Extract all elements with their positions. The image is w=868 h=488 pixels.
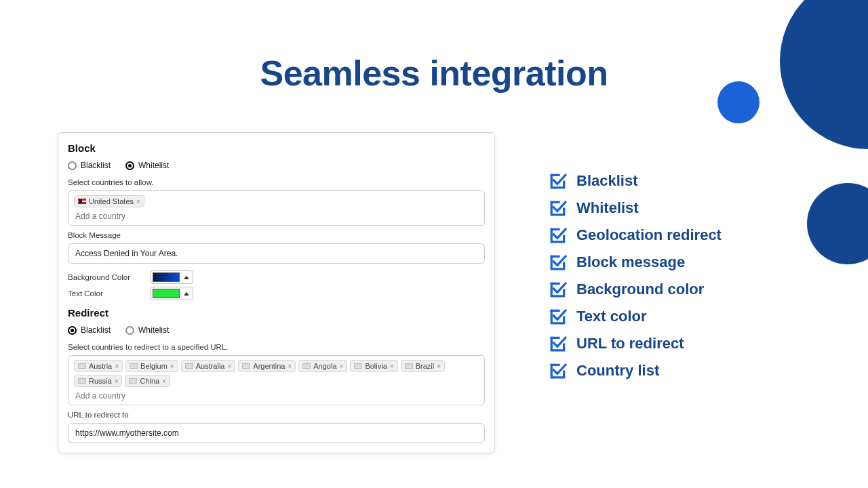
country-tag: Angola×	[298, 360, 347, 372]
flag-icon	[130, 363, 138, 369]
country-tag-label: Australia	[196, 362, 225, 370]
redirect-countries-input[interactable]: Austria×Belgium×Australia×Argentina×Ango…	[68, 355, 485, 405]
block-countries-label: Select countries to allow.	[68, 178, 485, 186]
feature-label: Blacklist	[576, 172, 638, 190]
caret-up-icon	[184, 292, 189, 296]
bg-color-label: Background Color	[68, 273, 142, 281]
redirect-heading: Redirect	[68, 307, 485, 319]
radio-label: Whitelist	[138, 325, 169, 335]
remove-tag-icon[interactable]: ×	[136, 198, 140, 205]
settings-panel: Block Blacklist Whitelist Select countri…	[58, 132, 495, 453]
remove-tag-icon[interactable]: ×	[340, 363, 344, 370]
checkbox-checked-icon	[549, 335, 567, 352]
country-tag: Bolivia×	[350, 360, 397, 372]
feature-label: URL to redirect	[576, 335, 684, 352]
feature-label: Background color	[576, 281, 704, 298]
feature-item: Whitelist	[549, 199, 722, 217]
feature-label: Whitelist	[576, 199, 639, 217]
flag-icon	[185, 363, 193, 369]
remove-tag-icon[interactable]: ×	[115, 363, 119, 370]
remove-tag-icon[interactable]: ×	[390, 363, 394, 370]
feature-item: Background color	[549, 281, 722, 298]
remove-tag-icon[interactable]: ×	[170, 363, 174, 370]
checkbox-checked-icon	[549, 226, 567, 244]
checkbox-checked-icon	[549, 281, 567, 298]
text-color-swatch	[153, 289, 180, 298]
radio-label: Blacklist	[81, 325, 111, 335]
block-countries-add[interactable]	[74, 209, 479, 224]
radio-label: Blacklist	[81, 161, 111, 170]
remove-tag-icon[interactable]: ×	[437, 363, 441, 370]
redirect-countries-label: Select countries to redirect to a specif…	[68, 343, 485, 351]
checkbox-checked-icon	[549, 362, 567, 380]
radio-icon	[68, 326, 77, 335]
radio-icon	[68, 161, 77, 170]
country-tag-label: Bolivia	[365, 362, 387, 370]
remove-tag-icon[interactable]: ×	[288, 363, 292, 370]
flag-icon	[302, 363, 311, 369]
feature-list: BlacklistWhitelistGeolocation redirectBl…	[549, 172, 722, 380]
remove-tag-icon[interactable]: ×	[115, 378, 119, 385]
country-tag-label: United States	[89, 197, 134, 205]
feature-label: Geolocation redirect	[576, 226, 722, 244]
redirect-mode-radio-group: Blacklist Whitelist	[68, 325, 485, 335]
decorative-circle-large	[780, 0, 868, 149]
remove-tag-icon[interactable]: ×	[227, 363, 231, 370]
page-title: Seamless integration	[260, 53, 608, 94]
redirect-countries-add[interactable]	[74, 388, 479, 403]
redirect-radio-blacklist[interactable]: Blacklist	[68, 325, 111, 335]
country-tag-label: Belgium	[140, 362, 167, 370]
flag-icon	[129, 378, 137, 384]
country-tag-label: Brazil	[416, 362, 435, 370]
flag-icon	[78, 199, 86, 204]
block-countries-input[interactable]: United States×	[68, 190, 485, 226]
feature-item: Blacklist	[549, 172, 722, 190]
country-tag: China×	[125, 375, 170, 387]
checkbox-checked-icon	[549, 308, 567, 325]
feature-label: Text color	[576, 308, 647, 325]
feature-item: Geolocation redirect	[549, 226, 722, 244]
text-color-picker[interactable]	[151, 287, 193, 300]
block-mode-radio-group: Blacklist Whitelist	[68, 161, 485, 170]
country-tag-label: Angola	[313, 362, 336, 370]
block-radio-whitelist[interactable]: Whitelist	[125, 161, 169, 170]
radio-icon	[125, 326, 134, 335]
redirect-url-label: URL to redirect to	[68, 411, 485, 419]
block-message-label: Block Message	[68, 231, 485, 239]
bg-color-picker[interactable]	[151, 270, 193, 284]
caret-up-icon	[184, 276, 189, 279]
country-tag-label: China	[140, 377, 159, 385]
feature-item: Text color	[549, 308, 722, 325]
country-tag-label: Russia	[89, 377, 112, 385]
country-tag: Austria×	[74, 360, 123, 372]
block-heading: Block	[68, 142, 485, 154]
redirect-url-input[interactable]	[68, 423, 485, 443]
radio-label: Whitelist	[138, 161, 169, 170]
block-message-input[interactable]	[68, 243, 485, 264]
flag-icon	[405, 363, 413, 369]
block-radio-blacklist[interactable]: Blacklist	[68, 161, 111, 170]
bg-color-swatch	[153, 272, 180, 282]
checkbox-checked-icon	[549, 199, 567, 217]
country-tag: United States×	[74, 195, 144, 207]
redirect-radio-whitelist[interactable]: Whitelist	[125, 325, 169, 335]
feature-item: Country list	[549, 362, 722, 380]
feature-label: Block message	[576, 253, 685, 271]
text-color-label: Text Color	[68, 289, 142, 298]
flag-icon	[242, 363, 250, 369]
country-tag: Belgium×	[125, 360, 178, 372]
radio-icon	[125, 161, 134, 170]
remove-tag-icon[interactable]: ×	[162, 378, 166, 385]
decorative-circle-small	[717, 81, 760, 123]
flag-icon	[78, 363, 86, 369]
feature-item: URL to redirect	[549, 335, 722, 352]
flag-icon	[78, 378, 86, 384]
flag-icon	[354, 363, 362, 369]
checkbox-checked-icon	[549, 172, 567, 190]
feature-label: Country list	[576, 362, 659, 380]
country-tag-label: Argentina	[253, 362, 285, 370]
country-tag: Russia×	[74, 375, 122, 387]
country-tag: Argentina×	[238, 360, 296, 372]
feature-item: Block message	[549, 253, 722, 271]
checkbox-checked-icon	[549, 253, 567, 271]
